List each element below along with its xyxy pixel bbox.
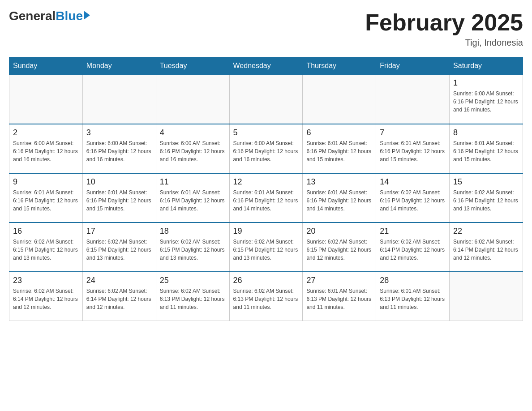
weekday-header-monday: Monday xyxy=(82,57,156,75)
calendar-cell: 25Sunrise: 6:02 AM Sunset: 6:13 PM Dayli… xyxy=(156,272,229,321)
day-number: 2 xyxy=(13,128,79,137)
day-info: Sunrise: 6:02 AM Sunset: 6:15 PM Dayligh… xyxy=(306,238,372,262)
day-info: Sunrise: 6:02 AM Sunset: 6:13 PM Dayligh… xyxy=(233,287,299,311)
day-info: Sunrise: 6:02 AM Sunset: 6:15 PM Dayligh… xyxy=(13,238,79,262)
calendar-cell: 4Sunrise: 6:00 AM Sunset: 6:16 PM Daylig… xyxy=(156,124,229,173)
weekday-header-sunday: Sunday xyxy=(9,57,83,75)
week-row-5: 23Sunrise: 6:02 AM Sunset: 6:14 PM Dayli… xyxy=(9,272,523,321)
day-info: Sunrise: 6:01 AM Sunset: 6:16 PM Dayligh… xyxy=(306,188,372,213)
day-number: 1 xyxy=(453,78,519,88)
calendar-cell: 15Sunrise: 6:02 AM Sunset: 6:16 PM Dayli… xyxy=(450,173,523,223)
day-number: 24 xyxy=(86,276,152,285)
logo-blue-part: Blue xyxy=(56,9,90,23)
calendar-cell: 9Sunrise: 6:01 AM Sunset: 6:16 PM Daylig… xyxy=(9,173,83,223)
day-info: Sunrise: 6:01 AM Sunset: 6:16 PM Dayligh… xyxy=(380,139,446,163)
calendar-cell: 5Sunrise: 6:00 AM Sunset: 6:16 PM Daylig… xyxy=(229,124,303,173)
day-info: Sunrise: 6:01 AM Sunset: 6:16 PM Dayligh… xyxy=(306,139,372,163)
day-number: 11 xyxy=(160,177,226,187)
day-info: Sunrise: 6:01 AM Sunset: 6:16 PM Dayligh… xyxy=(160,188,226,213)
day-info: Sunrise: 6:00 AM Sunset: 6:16 PM Dayligh… xyxy=(160,139,226,163)
logo-arrow-icon xyxy=(84,11,90,20)
day-number: 9 xyxy=(13,177,79,187)
logo-general-text: General xyxy=(9,9,56,23)
day-number: 6 xyxy=(306,128,372,137)
week-row-3: 9Sunrise: 6:01 AM Sunset: 6:16 PM Daylig… xyxy=(9,173,523,223)
calendar-cell: 26Sunrise: 6:02 AM Sunset: 6:13 PM Dayli… xyxy=(229,272,303,321)
week-row-1: 1Sunrise: 6:00 AM Sunset: 6:16 PM Daylig… xyxy=(9,75,523,124)
day-number: 28 xyxy=(380,276,446,285)
day-number: 27 xyxy=(306,276,372,285)
day-number: 8 xyxy=(453,128,519,137)
calendar-cell: 6Sunrise: 6:01 AM Sunset: 6:16 PM Daylig… xyxy=(303,124,376,173)
day-number: 26 xyxy=(233,276,299,285)
calendar-cell: 17Sunrise: 6:02 AM Sunset: 6:15 PM Dayli… xyxy=(82,223,156,272)
day-number: 25 xyxy=(160,276,226,285)
calendar-cell: 2Sunrise: 6:00 AM Sunset: 6:16 PM Daylig… xyxy=(9,124,83,173)
day-number: 12 xyxy=(233,177,299,187)
calendar-cell: 13Sunrise: 6:01 AM Sunset: 6:16 PM Dayli… xyxy=(303,173,376,223)
day-number: 20 xyxy=(306,227,372,236)
calendar-cell: 20Sunrise: 6:02 AM Sunset: 6:15 PM Dayli… xyxy=(303,223,376,272)
calendar-cell xyxy=(376,75,450,124)
day-number: 4 xyxy=(160,128,226,137)
day-info: Sunrise: 6:02 AM Sunset: 6:14 PM Dayligh… xyxy=(86,287,152,311)
weekday-header-tuesday: Tuesday xyxy=(156,57,229,75)
week-row-2: 2Sunrise: 6:00 AM Sunset: 6:16 PM Daylig… xyxy=(9,124,523,173)
day-info: Sunrise: 6:01 AM Sunset: 6:16 PM Dayligh… xyxy=(13,188,79,213)
weekday-header-row: SundayMondayTuesdayWednesdayThursdayFrid… xyxy=(9,57,523,75)
calendar-cell: 24Sunrise: 6:02 AM Sunset: 6:14 PM Dayli… xyxy=(82,272,156,321)
calendar-cell: 11Sunrise: 6:01 AM Sunset: 6:16 PM Dayli… xyxy=(156,173,229,223)
weekday-header-saturday: Saturday xyxy=(450,57,523,75)
day-info: Sunrise: 6:02 AM Sunset: 6:15 PM Dayligh… xyxy=(86,238,152,262)
day-info: Sunrise: 6:01 AM Sunset: 6:16 PM Dayligh… xyxy=(86,188,152,213)
calendar-cell xyxy=(82,75,156,124)
calendar-cell xyxy=(303,75,376,124)
calendar-cell: 14Sunrise: 6:02 AM Sunset: 6:16 PM Dayli… xyxy=(376,173,450,223)
day-info: Sunrise: 6:00 AM Sunset: 6:16 PM Dayligh… xyxy=(233,139,299,163)
calendar-cell: 16Sunrise: 6:02 AM Sunset: 6:15 PM Dayli… xyxy=(9,223,83,272)
calendar-cell xyxy=(229,75,303,124)
day-info: Sunrise: 6:02 AM Sunset: 6:14 PM Dayligh… xyxy=(380,238,446,262)
day-number: 3 xyxy=(86,128,152,137)
day-number: 22 xyxy=(453,227,519,236)
weekday-header-wednesday: Wednesday xyxy=(229,57,303,75)
calendar-cell: 12Sunrise: 6:01 AM Sunset: 6:16 PM Dayli… xyxy=(229,173,303,223)
calendar-cell xyxy=(450,272,523,321)
day-info: Sunrise: 6:00 AM Sunset: 6:16 PM Dayligh… xyxy=(453,90,519,114)
day-number: 10 xyxy=(86,177,152,187)
calendar-cell: 22Sunrise: 6:02 AM Sunset: 6:14 PM Dayli… xyxy=(450,223,523,272)
logo-blue-text: Blue xyxy=(56,9,83,23)
day-info: Sunrise: 6:01 AM Sunset: 6:16 PM Dayligh… xyxy=(453,139,519,163)
day-info: Sunrise: 6:00 AM Sunset: 6:16 PM Dayligh… xyxy=(86,139,152,163)
day-info: Sunrise: 6:01 AM Sunset: 6:16 PM Dayligh… xyxy=(233,188,299,213)
day-info: Sunrise: 6:00 AM Sunset: 6:16 PM Dayligh… xyxy=(13,139,79,163)
calendar-cell: 28Sunrise: 6:01 AM Sunset: 6:13 PM Dayli… xyxy=(376,272,450,321)
day-number: 16 xyxy=(13,227,79,236)
day-number: 14 xyxy=(380,177,446,187)
calendar-cell: 10Sunrise: 6:01 AM Sunset: 6:16 PM Dayli… xyxy=(82,173,156,223)
day-info: Sunrise: 6:02 AM Sunset: 6:15 PM Dayligh… xyxy=(233,238,299,262)
day-number: 5 xyxy=(233,128,299,137)
title-block: February 2025 Tigi, Indonesia xyxy=(365,9,523,48)
weekday-header-friday: Friday xyxy=(376,57,450,75)
day-info: Sunrise: 6:02 AM Sunset: 6:14 PM Dayligh… xyxy=(13,287,79,311)
day-info: Sunrise: 6:02 AM Sunset: 6:13 PM Dayligh… xyxy=(160,287,226,311)
day-number: 17 xyxy=(86,227,152,236)
calendar-cell: 7Sunrise: 6:01 AM Sunset: 6:16 PM Daylig… xyxy=(376,124,450,173)
calendar-cell: 23Sunrise: 6:02 AM Sunset: 6:14 PM Dayli… xyxy=(9,272,83,321)
day-number: 15 xyxy=(453,177,519,187)
day-number: 19 xyxy=(233,227,299,236)
day-number: 23 xyxy=(13,276,79,285)
weekday-header-thursday: Thursday xyxy=(303,57,376,75)
month-title: February 2025 xyxy=(365,9,523,36)
calendar-cell: 1Sunrise: 6:00 AM Sunset: 6:16 PM Daylig… xyxy=(450,75,523,124)
page-header: General Blue February 2025 Tigi, Indones… xyxy=(9,9,523,48)
day-info: Sunrise: 6:02 AM Sunset: 6:16 PM Dayligh… xyxy=(380,188,446,213)
calendar-cell: 21Sunrise: 6:02 AM Sunset: 6:14 PM Dayli… xyxy=(376,223,450,272)
calendar-cell: 3Sunrise: 6:00 AM Sunset: 6:16 PM Daylig… xyxy=(82,124,156,173)
calendar-cell: 18Sunrise: 6:02 AM Sunset: 6:15 PM Dayli… xyxy=(156,223,229,272)
calendar-cell: 19Sunrise: 6:02 AM Sunset: 6:15 PM Dayli… xyxy=(229,223,303,272)
calendar-cell: 8Sunrise: 6:01 AM Sunset: 6:16 PM Daylig… xyxy=(450,124,523,173)
day-info: Sunrise: 6:01 AM Sunset: 6:13 PM Dayligh… xyxy=(380,287,446,311)
logo: General Blue xyxy=(9,9,90,23)
